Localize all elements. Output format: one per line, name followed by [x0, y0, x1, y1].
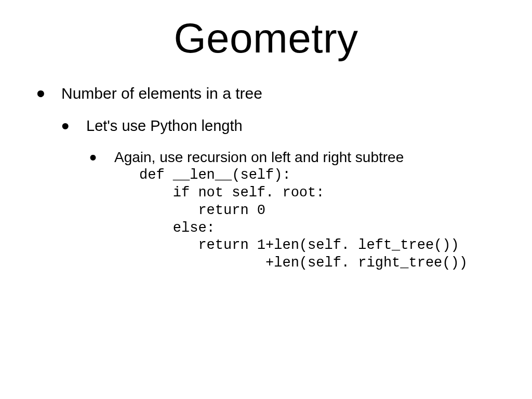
- bullet-list-l3: Again, use recursion on left and right s…: [89, 148, 532, 272]
- slide: Geometry Number of elements in a tree Le…: [0, 15, 532, 399]
- slide-title: Geometry: [0, 15, 532, 62]
- bullet-text-l2: Let's use Python length: [86, 117, 243, 134]
- bullet-list: Number of elements in a tree Let's use P…: [36, 83, 532, 272]
- bullet-level3: Again, use recursion on left and right s…: [89, 148, 532, 272]
- code-block: def __len__(self): if not self. root: re…: [139, 167, 532, 272]
- bullet-list-l2: Let's use Python length Again, use recur…: [61, 116, 532, 272]
- bullet-text-l1: Number of elements in a tree: [61, 85, 262, 102]
- bullet-level2: Let's use Python length Again, use recur…: [61, 116, 532, 272]
- bullet-text-l3: Again, use recursion on left and right s…: [114, 149, 404, 165]
- bullet-level1: Number of elements in a tree Let's use P…: [36, 83, 532, 272]
